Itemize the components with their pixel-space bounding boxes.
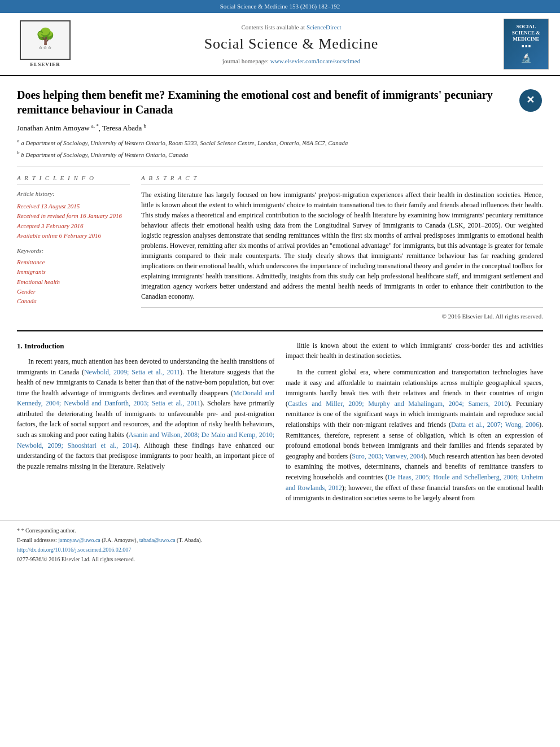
footnote-star: * bbox=[17, 527, 20, 534]
keywords-label: Keywords: bbox=[17, 247, 130, 255]
cover-icon: 🔬 bbox=[520, 52, 532, 64]
ref-newbold2009[interactable]: Newbold, 2009; Setia et al., 2011 bbox=[84, 368, 180, 376]
article-container: Does helping them benefit me? Examining … bbox=[0, 76, 560, 520]
author1-email[interactable]: jamoyaw@uwo.ca bbox=[58, 537, 100, 543]
abstract-label: A B S T R A C T bbox=[141, 174, 543, 185]
article-title-section: Does helping them benefit me? Examining … bbox=[17, 88, 543, 167]
crossmark-circle: ✕ bbox=[519, 89, 542, 112]
footer-section: * * Corresponding author. E-mail address… bbox=[0, 521, 560, 569]
article-info-abstract: A R T I C L E I N F O Article history: R… bbox=[17, 174, 543, 321]
article-title: Does helping them benefit me? Examining … bbox=[17, 88, 509, 117]
ref-mcdonald2004[interactable]: McDonald and Kennedy, 2004; Newbold and … bbox=[17, 389, 274, 408]
keyword-4: Gender bbox=[17, 287, 130, 296]
homepage-line: journal homepage: www.elsevier.com/locat… bbox=[79, 57, 504, 65]
revised-date: Received in revised form 16 January 2016 bbox=[17, 212, 130, 220]
sciencedirect-link[interactable]: ScienceDirect bbox=[307, 24, 342, 30]
affiliation-b: b b Department of Sociology, University … bbox=[17, 149, 509, 159]
article-info-panel: A R T I C L E I N F O Article history: R… bbox=[17, 174, 130, 321]
doi-link[interactable]: http://dx.doi.org/10.1016/j.socscimed.20… bbox=[17, 547, 131, 553]
rights-line: 0277-9536/© 2016 Elsevier Ltd. All right… bbox=[17, 556, 543, 563]
logo-image: 🌳 ⊙ ⊙ ⊙ bbox=[20, 20, 71, 60]
keyword-3: Emotional health bbox=[17, 278, 130, 286]
body-right-col: little is known about the extent to whic… bbox=[286, 340, 543, 509]
author2-name: Teresa Abada bbox=[102, 124, 142, 133]
intro-num: 1. bbox=[17, 342, 23, 350]
article-title-text: Does helping them benefit me? Examining … bbox=[17, 88, 509, 161]
journal-cover: SOCIAL SCIENCE & MEDICINE ■ ■ ■ 🔬 bbox=[504, 19, 549, 69]
copyright-line: © 2016 Elsevier Ltd. All rights reserved… bbox=[141, 307, 543, 321]
elsevier-logo: 🌳 ⊙ ⊙ ⊙ ELSEVIER bbox=[11, 20, 79, 68]
elsevier-wordmark: ELSEVIER bbox=[30, 61, 60, 68]
author1-sup: a, * bbox=[91, 123, 99, 129]
author2-sup: b bbox=[144, 123, 147, 129]
cover-subtitle: ■ ■ ■ bbox=[522, 44, 531, 50]
intro-para3: In the current global era, where communi… bbox=[286, 367, 543, 504]
intro-title: Introduction bbox=[24, 342, 64, 350]
keyword-1: Remittance bbox=[17, 258, 130, 267]
abstract-section: A B S T R A C T The existing literature … bbox=[141, 174, 543, 321]
journal-center: Contents lists available at ScienceDirec… bbox=[79, 23, 504, 65]
cover-title: SOCIAL SCIENCE & MEDICINE bbox=[506, 24, 546, 42]
authors-line: Jonathan Anim Amoyaw a, *, Teresa Abada … bbox=[17, 123, 509, 134]
intro-heading: 1. Introduction bbox=[17, 340, 274, 352]
body-left-col: 1. Introduction In recent years, much at… bbox=[17, 340, 274, 509]
corresponding-author-note: * * Corresponding author. bbox=[17, 527, 543, 535]
journal-citation-bar: Social Science & Medicine 153 (2016) 182… bbox=[0, 0, 560, 13]
journal-title: Social Science & Medicine bbox=[79, 34, 504, 54]
ref-castles2009[interactable]: Castles and Miller, 2009; Murphy and Mah… bbox=[288, 400, 508, 408]
received-date: Received 13 August 2015 bbox=[17, 202, 130, 211]
journal-citation: Social Science & Medicine 153 (2016) 182… bbox=[220, 3, 340, 10]
journal-header: 🌳 ⊙ ⊙ ⊙ ELSEVIER Contents lists availabl… bbox=[0, 13, 560, 76]
crossmark-badge: ✕ bbox=[518, 88, 543, 113]
affiliation-a: a a Department of Sociology, University … bbox=[17, 137, 509, 147]
intro-para2: little is known about the extent to whic… bbox=[286, 340, 543, 361]
crossmark-x-icon: ✕ bbox=[526, 93, 535, 107]
intro-para1: In recent years, much attention has been… bbox=[17, 356, 274, 472]
accepted-date: Accepted 3 February 2016 bbox=[17, 222, 130, 230]
keyword-5: Canada bbox=[17, 297, 130, 305]
available-date: Available online 6 February 2016 bbox=[17, 231, 130, 240]
section-divider bbox=[17, 330, 543, 331]
keywords-section: Keywords: Remittance Immigrants Emotiona… bbox=[17, 247, 130, 305]
ref-suro2003[interactable]: Suro, 2003; Vanwey, 2004 bbox=[352, 452, 423, 460]
author1-name: Jonathan Anim Amoyaw bbox=[17, 124, 90, 133]
abstract-text: The existing literature has largely focu… bbox=[141, 190, 543, 302]
body-columns: 1. Introduction In recent years, much at… bbox=[17, 340, 543, 509]
contents-line: Contents lists available at ScienceDirec… bbox=[79, 23, 504, 32]
ref-dehaas2005[interactable]: De Haas, 2005; Houle and Schellenberg, 2… bbox=[286, 473, 543, 492]
doi-line: http://dx.doi.org/10.1016/j.socscimed.20… bbox=[17, 546, 543, 554]
keyword-2: Immigrants bbox=[17, 268, 130, 276]
email-note: E-mail addresses: jamoyaw@uwo.ca (J.A. A… bbox=[17, 536, 543, 544]
ref-asanin2008[interactable]: Asanin and Wilson, 2008; De Maio and Kem… bbox=[17, 431, 274, 449]
article-info-label: A R T I C L E I N F O bbox=[17, 174, 130, 185]
author2-email[interactable]: tabada@uwo.ca bbox=[139, 537, 176, 543]
history-label: Article history: bbox=[17, 190, 130, 198]
homepage-url[interactable]: www.elsevier.com/locate/socscimed bbox=[270, 58, 360, 64]
tree-icon: 🌳 bbox=[36, 29, 55, 45]
ref-datta2007[interactable]: Datta et al., 2007; Wong, 2006 bbox=[451, 421, 539, 429]
